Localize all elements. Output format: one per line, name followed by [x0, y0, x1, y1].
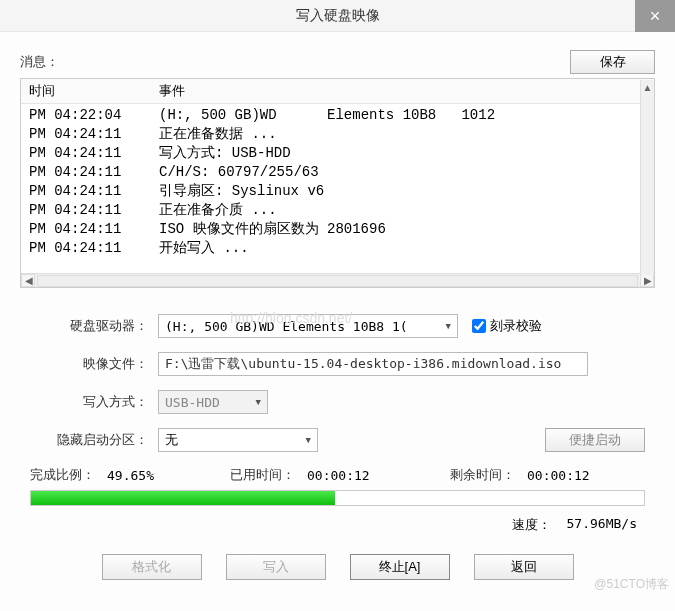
- log-event: 正在准备数据 ...: [159, 125, 277, 144]
- progress-bar: [30, 490, 645, 506]
- titlebar: 写入硬盘映像 ×: [0, 0, 675, 32]
- scroll-right-icon[interactable]: ▶: [640, 274, 654, 287]
- hide-partition-label: 隐藏启动分区：: [30, 431, 158, 449]
- image-row: 映像文件： F:\迅雷下载\ubuntu-15.04-desktop-i386.…: [30, 352, 645, 376]
- log-time: PM 04:22:04: [29, 106, 159, 125]
- window-title: 写入硬盘映像: [296, 7, 380, 25]
- chevron-down-icon: ▼: [256, 397, 261, 407]
- remain-label: 剩余时间：: [450, 466, 515, 484]
- log-scrollbar-horizontal[interactable]: ◀ ▶: [21, 273, 654, 287]
- form-area: 硬盘驱动器： (H:, 500 GB)WD Elements 10B8 1( ▼…: [20, 314, 655, 452]
- hide-partition-value: 无: [165, 431, 178, 449]
- write-mode-label: 写入方式：: [30, 393, 158, 411]
- write-button[interactable]: 写入: [226, 554, 326, 580]
- scroll-left-icon[interactable]: ◀: [21, 274, 35, 287]
- log-event: 开始写入 ...: [159, 239, 249, 258]
- elapsed-label: 已用时间：: [230, 466, 295, 484]
- image-label: 映像文件：: [30, 355, 158, 373]
- log-event: (H:, 500 GB)WD Elements 10B8 1012: [159, 106, 495, 125]
- log-scrollbar-vertical[interactable]: ▲: [640, 80, 654, 275]
- button-row: 格式化 写入 终止[A] 返回: [20, 548, 655, 590]
- log-event: 写入方式: USB-HDD: [159, 144, 291, 163]
- write-mode-row: 写入方式： USB-HDD ▼: [30, 390, 645, 414]
- message-label: 消息：: [20, 53, 570, 71]
- log-row: PM 04:24:11正在准备介质 ...: [29, 201, 646, 220]
- progress-fill: [31, 491, 335, 505]
- log-header-event: 事件: [159, 82, 185, 100]
- log-event: 引导扇区: Syslinux v6: [159, 182, 324, 201]
- log-row: PM 04:22:04(H:, 500 GB)WD Elements 10B8 …: [29, 106, 646, 125]
- write-mode-select[interactable]: USB-HDD ▼: [158, 390, 268, 414]
- log-row: PM 04:24:11ISO 映像文件的扇区数为 2801696: [29, 220, 646, 239]
- log-row: PM 04:24:11正在准备数据 ...: [29, 125, 646, 144]
- stop-button[interactable]: 终止[A]: [350, 554, 450, 580]
- log-row: PM 04:24:11开始写入 ...: [29, 239, 646, 258]
- verify-label: 刻录校验: [490, 317, 542, 335]
- log-header: 时间 事件: [21, 79, 654, 104]
- hide-partition-select[interactable]: 无 ▼: [158, 428, 318, 452]
- content-area: 消息： 保存 时间 事件 PM 04:22:04(H:, 500 GB)WD E…: [0, 32, 675, 598]
- log-row: PM 04:24:11C/H/S: 60797/255/63: [29, 163, 646, 182]
- scroll-up-icon[interactable]: ▲: [643, 80, 653, 95]
- log-body[interactable]: PM 04:22:04(H:, 500 GB)WD Elements 10B8 …: [21, 104, 654, 273]
- message-row: 消息： 保存: [20, 50, 655, 74]
- drive-label: 硬盘驱动器：: [30, 317, 158, 335]
- log-row: PM 04:24:11写入方式: USB-HDD: [29, 144, 646, 163]
- back-button[interactable]: 返回: [474, 554, 574, 580]
- chevron-down-icon: ▼: [446, 321, 451, 331]
- drive-value: (H:, 500 GB)WD Elements 10B8 1(: [165, 319, 408, 334]
- log-time: PM 04:24:11: [29, 125, 159, 144]
- format-button[interactable]: 格式化: [102, 554, 202, 580]
- log-time: PM 04:24:11: [29, 201, 159, 220]
- log-time: PM 04:24:11: [29, 163, 159, 182]
- verify-checkbox-wrap[interactable]: 刻录校验: [472, 317, 542, 335]
- write-mode-value: USB-HDD: [165, 395, 220, 410]
- log-time: PM 04:24:11: [29, 144, 159, 163]
- log-time: PM 04:24:11: [29, 239, 159, 258]
- verify-checkbox[interactable]: [472, 319, 486, 333]
- done-value: 49.65%: [107, 468, 154, 483]
- close-button[interactable]: ×: [635, 0, 675, 32]
- log-event: ISO 映像文件的扇区数为 2801696: [159, 220, 386, 239]
- drive-select[interactable]: (H:, 500 GB)WD Elements 10B8 1( ▼: [158, 314, 458, 338]
- speed-label: 速度：: [512, 516, 551, 534]
- log-row: PM 04:24:11引导扇区: Syslinux v6: [29, 182, 646, 201]
- log-time: PM 04:24:11: [29, 182, 159, 201]
- quick-boot-button[interactable]: 便捷启动: [545, 428, 645, 452]
- speed-row: 速度： 57.96MB/s: [20, 516, 655, 548]
- log-event: C/H/S: 60797/255/63: [159, 163, 319, 182]
- corner-watermark: @51CTO博客: [594, 576, 669, 593]
- save-button[interactable]: 保存: [570, 50, 655, 74]
- speed-value: 57.96MB/s: [567, 516, 637, 534]
- scroll-track[interactable]: [37, 275, 638, 287]
- stats-row: 完成比例： 49.65% 已用时间： 00:00:12 剩余时间： 00:00:…: [20, 466, 655, 484]
- chevron-down-icon: ▼: [306, 435, 311, 445]
- log-box: 时间 事件 PM 04:22:04(H:, 500 GB)WD Elements…: [20, 78, 655, 288]
- hide-partition-row: 隐藏启动分区： 无 ▼ 便捷启动: [30, 428, 645, 452]
- log-event: 正在准备介质 ...: [159, 201, 277, 220]
- image-file-input[interactable]: F:\迅雷下载\ubuntu-15.04-desktop-i386.midown…: [158, 352, 588, 376]
- elapsed-value: 00:00:12: [307, 468, 370, 483]
- log-time: PM 04:24:11: [29, 220, 159, 239]
- done-label: 完成比例：: [30, 466, 95, 484]
- drive-row: 硬盘驱动器： (H:, 500 GB)WD Elements 10B8 1( ▼…: [30, 314, 645, 338]
- remain-value: 00:00:12: [527, 468, 590, 483]
- log-header-time: 时间: [29, 82, 159, 100]
